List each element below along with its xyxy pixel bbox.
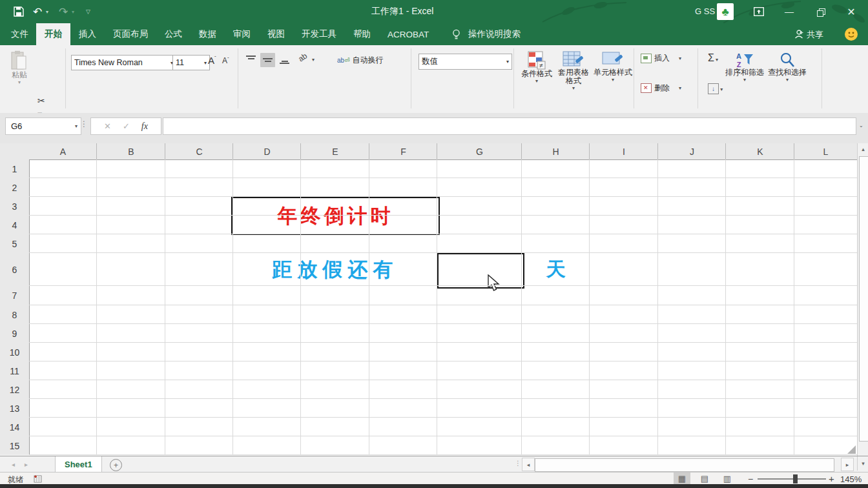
find-select-button[interactable]: 查找和选择 ▾ (767, 52, 807, 83)
scroll-up-arrow[interactable]: ▴ (858, 145, 868, 154)
ribbon-tab-3[interactable]: 公式 (156, 23, 191, 45)
namebox-splitter[interactable]: ⋮ (80, 119, 88, 128)
insert-function-icon[interactable]: fx (141, 121, 148, 132)
hscroll-right-arrow[interactable]: ▸ (841, 458, 854, 471)
ribbon-tab-0[interactable]: 开始 (36, 23, 70, 45)
ribbon-tab-1[interactable]: 插入 (70, 23, 105, 45)
delete-cells-button[interactable]: ✕ 删除▾ (641, 83, 681, 94)
qat-customize-button[interactable]: ▽ (86, 8, 90, 15)
cell-d3-title-box[interactable]: 年终倒计时 (231, 197, 440, 235)
vertical-scrollbar[interactable]: ▴ (857, 143, 868, 456)
align-middle-button[interactable] (260, 53, 275, 67)
row-header-3[interactable]: 3 (0, 197, 30, 216)
font-size-combo[interactable]: 11▾ (172, 55, 210, 70)
avatar[interactable]: ♣ (717, 3, 734, 20)
font-family-combo[interactable]: Times New Roman▾ (71, 55, 176, 70)
zoom-level[interactable]: 145% (840, 474, 862, 484)
share-button[interactable]: 共享 (807, 29, 823, 41)
row-header-12[interactable]: 12 (0, 380, 30, 399)
row-header-8[interactable]: 8 (0, 305, 30, 324)
cancel-icon[interactable]: ✕ (104, 121, 111, 131)
align-top-button[interactable] (245, 56, 256, 65)
row-header-7[interactable]: 7 (0, 286, 30, 305)
formula-input[interactable] (163, 117, 856, 135)
sheet-grid[interactable]: 年终倒计时 距放假还有 天 ABCDEFGHIJKL12345678910111… (0, 143, 857, 455)
sheet-nav-right[interactable]: ▸ (25, 461, 28, 468)
zoom-slider-thumb[interactable] (793, 474, 798, 483)
paste-button[interactable]: 粘贴 ▾ (8, 50, 31, 89)
column-header-E[interactable]: E (301, 143, 369, 160)
fill-button[interactable]: ↓ ▾ (708, 82, 723, 94)
row-header-4[interactable]: 4 (0, 216, 30, 234)
column-header-J[interactable]: J (658, 143, 726, 160)
column-header-I[interactable]: I (590, 143, 658, 160)
redo-dropdown[interactable]: ▾ (72, 9, 74, 15)
row-header-11[interactable]: 11 (0, 361, 30, 380)
ribbon-tab-7[interactable]: 开发工具 (293, 23, 345, 45)
user-initials[interactable]: G SS (695, 6, 715, 16)
column-header-A[interactable]: A (29, 143, 97, 160)
sort-filter-button[interactable]: A Z 排序和筛选 ▾ (725, 52, 765, 83)
row-header-6[interactable]: 6 (0, 253, 30, 286)
zoom-slider-track[interactable] (758, 478, 826, 480)
view-page-layout-button[interactable]: ▤ (696, 473, 713, 485)
autosum-button[interactable]: Σ ▾ (708, 52, 718, 64)
redo-button[interactable]: ↷ (57, 4, 70, 19)
column-header-L[interactable]: L (794, 143, 857, 160)
format-as-table-button[interactable]: 套用表格格式 ▾ (555, 50, 592, 91)
scroll-down-arrow[interactable]: ▾ (857, 456, 868, 471)
save-button[interactable] (12, 4, 26, 19)
column-header-G[interactable]: G (437, 143, 522, 160)
sheet-nav-left[interactable]: ◂ (12, 461, 15, 468)
feedback-smiley-icon[interactable] (845, 28, 858, 41)
insert-cells-button[interactable]: 插入▾ (641, 53, 681, 64)
ribbon-tab-9[interactable]: ACROBAT (379, 23, 437, 45)
tab-file[interactable]: 文件 (3, 23, 37, 45)
row-header-10[interactable]: 10 (0, 343, 30, 361)
select-all-corner[interactable] (0, 143, 30, 160)
view-normal-button[interactable]: ▦ (674, 473, 690, 485)
row-header-13[interactable]: 13 (0, 399, 30, 418)
ribbon-tab-2[interactable]: 页面布局 (105, 23, 156, 45)
cut-button[interactable]: ✂ (37, 96, 45, 106)
undo-dropdown[interactable]: ▾ (46, 9, 48, 15)
conditional-formatting-button[interactable]: ≠ 条件格式 ▾ (520, 50, 553, 84)
cell-h6-unit[interactable]: 天 (522, 253, 590, 286)
row-header-9[interactable]: 9 (0, 324, 30, 343)
sheet-tab-sheet1[interactable]: Sheet1 (55, 456, 102, 473)
shrink-font-button[interactable]: Aˇ (222, 56, 229, 65)
column-header-H[interactable]: H (522, 143, 590, 160)
hscroll-left-arrow[interactable]: ◂ (522, 458, 535, 471)
orientation-dropdown[interactable]: ▾ (312, 57, 315, 63)
minimize-button[interactable]: — (778, 2, 800, 21)
wrap-text-button[interactable]: ab⏎ 自动换行 (337, 55, 384, 66)
row-header-14[interactable]: 14 (0, 418, 30, 436)
row-header-5[interactable]: 5 (0, 234, 30, 253)
number-format-combo[interactable]: 数值▾ (418, 54, 512, 70)
zoom-in-button[interactable]: + (829, 473, 834, 484)
row-header-2[interactable]: 2 (0, 178, 30, 197)
ribbon-tab-4[interactable]: 数据 (191, 23, 225, 45)
close-button[interactable]: ✕ (840, 2, 862, 21)
name-box[interactable]: G6 ▾ (5, 117, 81, 135)
column-header-K[interactable]: K (726, 143, 794, 160)
formula-bar-expand[interactable]: ⌄ (859, 123, 863, 128)
ribbon-display-options-button[interactable] (749, 4, 769, 19)
align-bottom-button[interactable] (279, 59, 290, 68)
ribbon-tab-8[interactable]: 帮助 (345, 23, 379, 45)
macro-record-icon[interactable] (34, 474, 42, 483)
horizontal-scrollbar-thumb[interactable] (535, 458, 834, 472)
zoom-out-button[interactable]: − (748, 474, 753, 484)
cell-styles-button[interactable]: 单元格样式 ▾ (593, 50, 633, 83)
tell-me-search[interactable]: 操作说明搜索 (460, 23, 529, 45)
row-header-15[interactable]: 15 (0, 436, 30, 455)
column-header-B[interactable]: B (97, 143, 165, 160)
restore-button[interactable] (809, 2, 831, 21)
row-header-1[interactable]: 1 (0, 159, 30, 178)
tabbar-splitter[interactable]: ⋮ (515, 460, 521, 467)
new-sheet-button[interactable]: + (110, 459, 122, 471)
enter-icon[interactable]: ✓ (123, 121, 130, 131)
undo-button[interactable]: ↶ (31, 4, 44, 19)
cell-g6-countdown-box[interactable] (437, 253, 524, 289)
ribbon-tab-5[interactable]: 审阅 (225, 23, 259, 45)
